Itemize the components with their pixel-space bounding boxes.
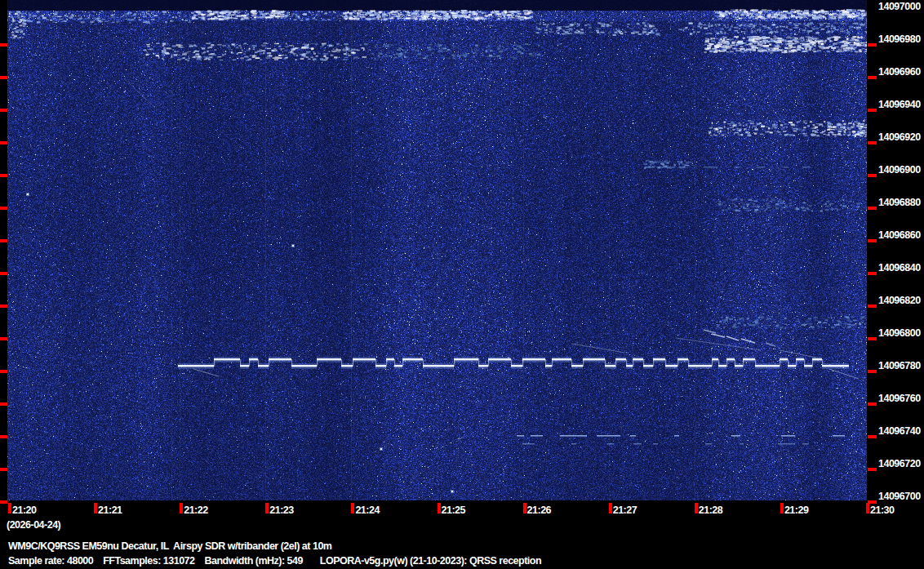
freq-tick-right (868, 402, 877, 406)
time-label: 21:29 (784, 504, 808, 517)
freq-label: 14096760 (878, 392, 921, 405)
time-label: 21:25 (442, 504, 465, 517)
freq-tick-left (0, 337, 7, 340)
freq-tick-right (868, 76, 877, 79)
date-label: (2026-04-24) (7, 518, 60, 531)
time-tick (609, 503, 612, 513)
freq-tick-right (868, 207, 877, 210)
freq-tick-right (868, 239, 877, 242)
freq-label: 14097000 (878, 0, 921, 13)
freq-label: 14096920 (878, 131, 921, 144)
time-label: 21:23 (269, 504, 293, 517)
freq-label: 14096700 (878, 490, 921, 503)
time-tick (351, 503, 354, 513)
freq-tick-right (868, 174, 877, 177)
freq-tick-left (0, 468, 7, 471)
time-tick (695, 503, 698, 513)
freq-label: 14096940 (878, 98, 921, 111)
freq-tick-left (0, 402, 7, 406)
freq-tick-left (0, 272, 7, 275)
freq-tick-left (0, 500, 7, 504)
time-tick (438, 503, 441, 513)
time-tick (8, 503, 11, 513)
time-label: 21:22 (184, 504, 207, 517)
time-label: 21:28 (699, 504, 722, 517)
freq-tick-right (868, 43, 877, 47)
freq-label: 14096900 (878, 163, 921, 176)
settings-info-line: Sample rate: 48000 FFTsamples: 131072 Ba… (8, 554, 541, 567)
time-label: 21:21 (98, 504, 122, 517)
freq-label: 14096860 (878, 229, 921, 242)
freq-label: 14096880 (878, 196, 921, 209)
time-label: 21:20 (12, 504, 36, 517)
freq-tick-left (0, 207, 7, 210)
freq-tick-left (0, 239, 7, 242)
time-tick (94, 503, 97, 513)
freq-tick-left (0, 305, 7, 308)
freq-label: 14096720 (878, 457, 921, 470)
time-tick (866, 503, 869, 513)
station-info-line: WM9C/KQ9RSS EM59nu Decatur, IL Airspy SD… (8, 540, 331, 553)
freq-tick-right (868, 337, 877, 340)
freq-tick-left (0, 43, 7, 47)
freq-label: 14096740 (878, 425, 921, 438)
freq-label: 14096820 (878, 294, 921, 307)
freq-tick-right (868, 272, 877, 275)
freq-tick-right (868, 305, 877, 308)
time-label: 21:30 (870, 504, 894, 517)
spectrogram-canvas (7, 0, 867, 500)
freq-label: 14096960 (878, 65, 921, 78)
freq-tick-left (0, 76, 7, 79)
qrss-grabber-screen: 1409700014096980140969601409694014096920… (0, 0, 924, 569)
freq-tick-right (868, 435, 877, 438)
freq-label: 14096980 (878, 33, 921, 46)
time-label: 21:27 (613, 504, 637, 517)
freq-label: 14096800 (878, 327, 921, 340)
freq-tick-right (868, 109, 877, 112)
time-tick (265, 503, 269, 513)
freq-tick-left (0, 109, 7, 112)
freq-tick-right (868, 468, 877, 471)
freq-tick-left (0, 435, 7, 438)
freq-tick-right (868, 141, 877, 144)
freq-tick-right (868, 370, 877, 373)
freq-label: 14096840 (878, 261, 921, 274)
time-tick (180, 503, 183, 513)
freq-tick-left (0, 141, 7, 144)
time-label: 21:24 (355, 504, 379, 517)
freq-tick-left (0, 370, 7, 373)
freq-tick-left (0, 174, 7, 177)
time-tick (780, 503, 784, 513)
freq-label: 14096780 (878, 359, 921, 372)
time-tick (523, 503, 526, 513)
time-label: 21:26 (527, 504, 551, 517)
